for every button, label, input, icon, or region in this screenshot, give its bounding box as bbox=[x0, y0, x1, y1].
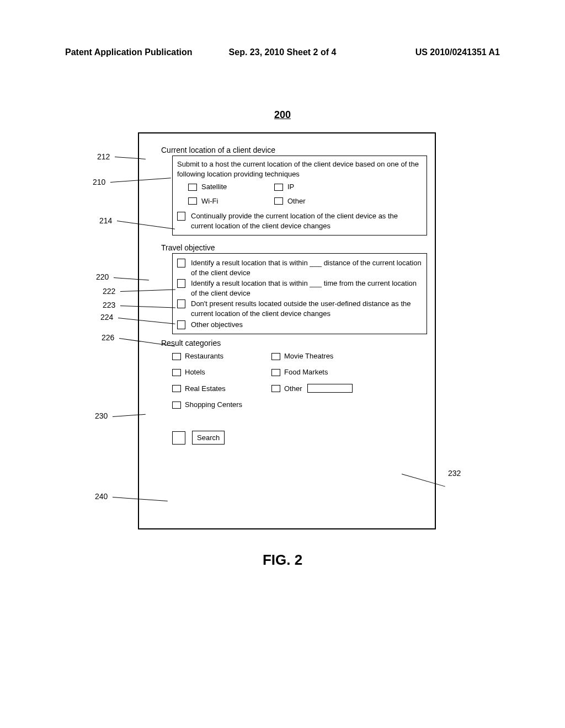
ref-223: 223 bbox=[103, 301, 115, 309]
cat-movies[interactable]: Movie Theatres bbox=[271, 352, 393, 360]
ref-210: 210 bbox=[93, 178, 105, 186]
opt-wifi[interactable]: Wi-Fi bbox=[188, 196, 271, 206]
ref-240: 240 bbox=[95, 492, 108, 501]
opt-other[interactable]: Other bbox=[274, 196, 357, 206]
cat-food[interactable]: Food Markets bbox=[271, 368, 393, 376]
section-title-objective: Travel objective bbox=[161, 243, 427, 252]
checkbox-icon bbox=[172, 353, 181, 360]
cat-realestate[interactable]: Real Estates bbox=[172, 384, 271, 393]
checkbox-icon bbox=[271, 369, 280, 376]
ref-232: 232 bbox=[448, 469, 461, 478]
ref-224: 224 bbox=[100, 313, 113, 322]
ref-226: 226 bbox=[102, 333, 114, 342]
checkbox-icon bbox=[177, 320, 185, 329]
obj-distance[interactable]: Identify a result location that is withi… bbox=[177, 258, 422, 277]
checkbox-icon bbox=[177, 279, 185, 288]
search-block: Search bbox=[172, 431, 427, 445]
ref-214: 214 bbox=[99, 216, 112, 225]
obj-time[interactable]: Identify a result location that is withi… bbox=[177, 279, 422, 298]
checkbox-icon bbox=[188, 197, 197, 205]
section-title-location: Current location of a client device bbox=[161, 146, 427, 154]
opt-satellite[interactable]: Satellite bbox=[188, 182, 271, 192]
figure-caption: FIG. 2 bbox=[263, 552, 302, 569]
obj-no-outside[interactable]: Don't present results located outside th… bbox=[177, 299, 422, 318]
checkbox-icon bbox=[188, 184, 197, 191]
checkbox-icon bbox=[274, 197, 283, 205]
checkbox-icon bbox=[177, 299, 185, 308]
ref-230: 230 bbox=[95, 411, 108, 420]
cat-other[interactable]: Other bbox=[271, 384, 393, 393]
ui-panel-200: Current location of a client device Subm… bbox=[138, 132, 436, 529]
objective-box: Identify a result location that is withi… bbox=[172, 253, 427, 334]
section-title-categories: Result categories bbox=[161, 339, 427, 347]
checkbox-icon bbox=[271, 385, 280, 392]
cat-restaurants[interactable]: Restaurants bbox=[172, 352, 271, 360]
checkbox-icon bbox=[172, 369, 181, 376]
categories-grid: Restaurants Movie Theatres Hotels Food M… bbox=[172, 352, 427, 409]
header-center: Sep. 23, 2010 Sheet 2 of 4 bbox=[229, 47, 337, 57]
ref-222: 222 bbox=[103, 287, 115, 296]
opt-continual[interactable]: Continually provide the current location… bbox=[177, 211, 422, 231]
location-submit-text: Submit to a host the current location of… bbox=[177, 159, 422, 179]
other-category-input[interactable] bbox=[307, 384, 353, 393]
location-submit-box: Submit to a host the current location of… bbox=[172, 156, 427, 235]
search-checkbox[interactable] bbox=[172, 431, 185, 445]
opt-ip[interactable]: IP bbox=[274, 182, 357, 192]
checkbox-icon bbox=[274, 184, 283, 191]
checkbox-icon bbox=[172, 402, 181, 409]
figure-ref-number: 200 bbox=[274, 109, 291, 121]
obj-other[interactable]: Other objectives bbox=[177, 320, 422, 330]
ref-220: 220 bbox=[96, 272, 109, 281]
cat-shopping[interactable]: Shopping Centers bbox=[172, 400, 271, 409]
header-left: Patent Application Publication bbox=[65, 47, 193, 57]
checkbox-icon bbox=[271, 353, 280, 360]
cat-hotels[interactable]: Hotels bbox=[172, 368, 271, 376]
ref-212: 212 bbox=[97, 152, 110, 161]
checkbox-icon bbox=[172, 385, 181, 392]
checkbox-icon bbox=[177, 259, 185, 267]
header-right: US 2010/0241351 A1 bbox=[415, 47, 500, 57]
checkbox-icon bbox=[177, 212, 185, 221]
search-button[interactable]: Search bbox=[192, 431, 225, 445]
